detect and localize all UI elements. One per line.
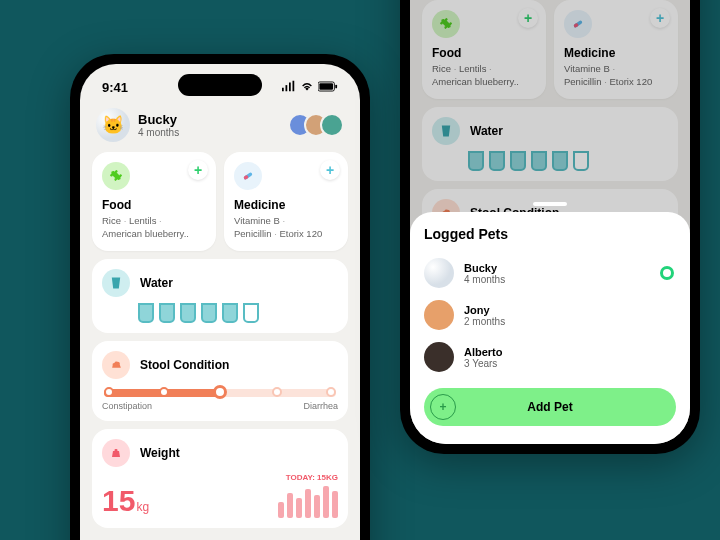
add-medicine-button[interactable]: + [320, 160, 340, 180]
stool-card[interactable]: Stool Condition Constipation Diarrhea [92, 341, 348, 421]
slider-stop[interactable] [272, 387, 282, 397]
screen: + Food Rice · Lentils · American blueber… [410, 0, 690, 444]
plus-icon: + [430, 394, 456, 420]
medicine-title: Medicine [234, 198, 338, 212]
weight-card[interactable]: Weight 15kg TODAY: 15KG [92, 429, 348, 528]
slider-stop[interactable] [326, 387, 336, 397]
weight-bar [332, 491, 338, 518]
slider-label-right: Diarrhea [303, 401, 338, 411]
svg-rect-1 [286, 85, 288, 91]
medicine-item: Penicillin [234, 228, 272, 239]
sheet-title: Logged Pets [424, 226, 676, 242]
pet-list-name: Jony [464, 304, 505, 316]
water-title: Water [140, 276, 173, 290]
pet-list-name: Bucky [464, 262, 505, 274]
water-cups[interactable] [138, 303, 338, 323]
weight-bar [305, 489, 311, 518]
water-cup[interactable] [138, 303, 154, 323]
weight-bar [296, 498, 302, 518]
logged-pets-sheet: Logged Pets Bucky 4 months Jony 2 months [410, 212, 690, 444]
screen: 9:41 🐱 Bucky 4 months [80, 64, 360, 540]
weight-bar [278, 502, 284, 518]
cup-icon [102, 269, 130, 297]
weight-title: Weight [140, 446, 180, 460]
svg-rect-3 [293, 80, 295, 91]
weight-value-wrap: 15kg [102, 484, 149, 518]
stool-icon [102, 351, 130, 379]
water-cup[interactable] [201, 303, 217, 323]
stool-slider[interactable] [104, 389, 336, 397]
pet-name: Bucky [138, 112, 179, 127]
water-card[interactable]: Water [92, 259, 348, 333]
weight-bar [323, 486, 329, 518]
sheet-grabber[interactable] [533, 202, 567, 206]
pet-avatar-icon [424, 300, 454, 330]
wifi-icon [300, 79, 314, 96]
radio-selected-icon[interactable] [660, 266, 674, 280]
water-cup[interactable] [180, 303, 196, 323]
add-pet-button[interactable]: + Add Pet [424, 388, 676, 426]
cards-row: + Food Rice · Lentils · American blueber… [80, 152, 360, 251]
pet-list-name: Alberto [464, 346, 503, 358]
status-indicators [282, 79, 338, 96]
weight-value: 15 [102, 484, 135, 517]
weight-bar [314, 495, 320, 518]
svg-rect-9 [115, 449, 118, 452]
avatar-icon [320, 113, 344, 137]
slider-stops [104, 387, 336, 399]
pet-list-sub: 3 Years [464, 358, 503, 369]
pet-list-item[interactable]: Jony 2 months [424, 294, 676, 336]
add-pet-label: Add Pet [527, 400, 572, 414]
pill-icon [234, 162, 262, 190]
other-pets-cluster[interactable] [296, 113, 344, 137]
food-item: Lentils [129, 215, 156, 226]
slider-stop[interactable] [159, 387, 169, 397]
medicine-item: Etorix 120 [279, 228, 322, 239]
svg-rect-6 [335, 84, 337, 88]
medicine-card[interactable]: + Medicine Vitamine B · Penicillin · Eto… [224, 152, 348, 251]
notch [178, 74, 262, 96]
slider-label-left: Constipation [102, 401, 152, 411]
add-food-button[interactable]: + [188, 160, 208, 180]
pet-list-item[interactable]: Bucky 4 months [424, 252, 676, 294]
water-cup-empty[interactable] [243, 303, 259, 323]
weight-bar [287, 493, 293, 518]
weight-icon [102, 439, 130, 467]
slider-labels: Constipation Diarrhea [102, 401, 338, 411]
svg-rect-0 [282, 87, 284, 91]
pet-list-item[interactable]: Alberto 3 Years [424, 336, 676, 378]
food-card[interactable]: + Food Rice · Lentils · American blueber… [92, 152, 216, 251]
bone-icon [102, 162, 130, 190]
signal-icon [282, 79, 296, 96]
svg-rect-5 [319, 83, 333, 89]
pet-list-sub: 4 months [464, 274, 505, 285]
weight-unit: kg [136, 500, 149, 514]
slider-knob[interactable] [213, 385, 227, 399]
phone-frame-left: 9:41 🐱 Bucky 4 months [70, 54, 370, 540]
water-cup[interactable] [159, 303, 175, 323]
water-cup[interactable] [222, 303, 238, 323]
food-item: Rice [102, 215, 121, 226]
header: 🐱 Bucky 4 months [80, 100, 360, 152]
food-title: Food [102, 198, 206, 212]
medicine-item: Vitamine B [234, 215, 280, 226]
pet-avatar-icon [424, 258, 454, 288]
current-pet[interactable]: 🐱 Bucky 4 months [96, 108, 179, 142]
phone-frame-right: + Food Rice · Lentils · American blueber… [400, 0, 700, 454]
pet-avatar: 🐱 [96, 108, 130, 142]
svg-rect-2 [289, 82, 291, 91]
medicine-body: Vitamine B · Penicillin · Etorix 120 [234, 215, 338, 241]
pet-age: 4 months [138, 127, 179, 138]
status-time: 9:41 [102, 80, 128, 95]
stool-title: Stool Condition [140, 358, 229, 372]
food-body: Rice · Lentils · American blueberry.. [102, 215, 206, 241]
pet-avatar-icon [424, 342, 454, 372]
battery-icon [318, 80, 338, 95]
slider-stop[interactable] [104, 387, 114, 397]
today-label: TODAY: 15KG [278, 473, 338, 482]
food-item: American blueberry.. [102, 228, 189, 239]
weight-bars [278, 482, 338, 518]
pet-list-sub: 2 months [464, 316, 505, 327]
